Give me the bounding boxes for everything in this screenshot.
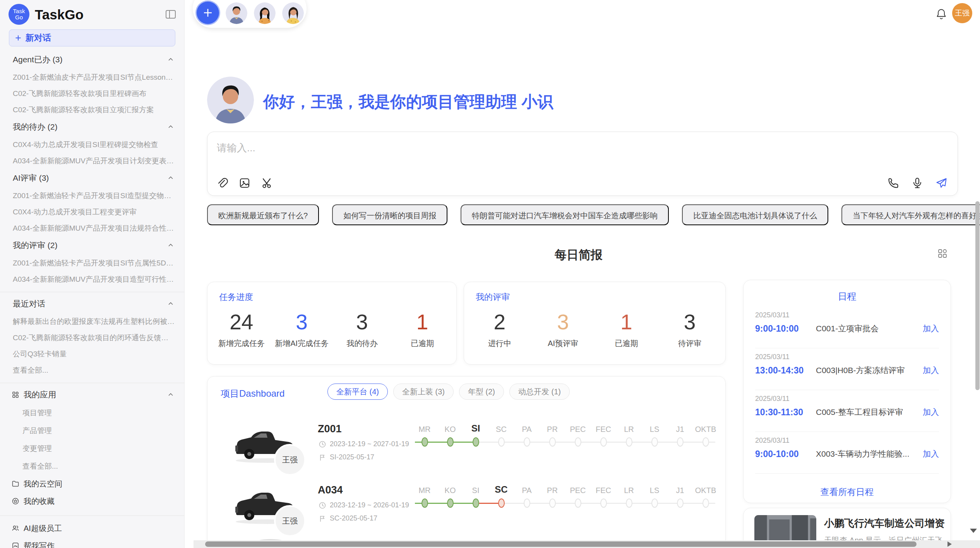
scroll-down-arrow[interactable]	[970, 529, 977, 533]
milestone-dot	[421, 437, 428, 447]
my-app-item[interactable]: 产品管理	[22, 426, 175, 436]
dashboard-tab[interactable]: 动总开发 (1)	[509, 384, 570, 400]
schedule-time: 9:00-10:00	[755, 324, 815, 334]
project-milestone-flag: SC-2025-05-17	[319, 514, 377, 522]
dashboard-tab[interactable]: 全新上装 (3)	[393, 384, 454, 400]
my-app-item[interactable]: 查看全部...	[22, 461, 175, 471]
chevron-up-icon	[167, 56, 174, 63]
sidebar-section-header-2[interactable]: AI评审 (3)	[13, 173, 174, 183]
recent-chats-title: 最近对话	[13, 298, 45, 309]
my-review-card: 我的评审 2 进行中 3 AI预评审 1 已逾期 3 待评审	[464, 282, 726, 365]
sidebar-section-header-1[interactable]: 我的待办 (2)	[13, 122, 174, 132]
schedule-join-link[interactable]: 加入	[923, 323, 939, 334]
recent-chat-item[interactable]: C02-飞腾新能源轻客改款项目的闭环通告反馈情况	[13, 334, 175, 342]
recent-chats-header[interactable]: 最近对话	[13, 298, 174, 309]
project-row[interactable]: 王强 Z001 2023-12-19 ~ 2027-01-19 SI-2025-…	[207, 420, 725, 479]
send-icon[interactable]	[935, 177, 947, 189]
stat-label: AI预评审	[531, 338, 595, 349]
notifications-bell-icon[interactable]	[935, 8, 947, 20]
schedule-name: C003|H0B-方案冻结评审	[815, 365, 923, 376]
sidebar-task-item[interactable]: Z001-全新燃油轻卡产品开发项目SI节点属性5D文件评审	[13, 259, 175, 267]
sidebar-item-favorites[interactable]: 我的收藏	[12, 496, 174, 506]
sidebar-item-cloud-space[interactable]: 我的云空间	[12, 479, 174, 489]
schedule-time: 10:30-11:30	[755, 407, 815, 418]
milestone-label: OKTB	[693, 486, 718, 495]
my-apps-list: 项目管理产品管理变更管理查看全部...	[0, 408, 184, 471]
my-apps-title: 我的应用	[24, 389, 56, 400]
sidebar-task-item[interactable]: Z001-全新燃油皮卡产品开发项目SI节点Lesson Learn报告	[13, 73, 175, 81]
dashboard-tab[interactable]: 全新平台 (4)	[327, 384, 388, 400]
layout-grid-icon[interactable]	[937, 248, 948, 259]
phone-call-icon[interactable]	[887, 177, 899, 189]
schedule-name: C001-立项审批会	[815, 323, 923, 334]
my-app-item[interactable]: 变更管理	[22, 444, 175, 454]
recent-chat-item[interactable]: 解释最新出台的欧盟报废车法规再生塑料比例被调至15%...	[13, 317, 175, 325]
project-dashboard-title: 项目Dashboard	[221, 387, 284, 400]
user-avatar[interactable]: 王强	[952, 3, 972, 23]
suggestion-chip[interactable]: 当下年轻人对汽车外观有怎样的喜好趋势	[841, 204, 980, 225]
microphone-icon[interactable]	[911, 177, 923, 189]
sidebar-task-item[interactable]: A034-全新新能源MUV产品开发项目造型可行性评审	[13, 275, 175, 283]
sidebar-task-item[interactable]: C0X4-动力总成开发项目工程变更评审	[13, 208, 175, 216]
schedule-join-link[interactable]: 加入	[923, 449, 939, 459]
suggestion-chip[interactable]: 如何写一份清晰的项目周报	[332, 204, 447, 225]
sidebar-section-header-3[interactable]: 我的评审 (2)	[13, 240, 174, 251]
view-all-schedule-link[interactable]: 查看所有日程	[744, 486, 951, 498]
schedule-join-link[interactable]: 加入	[923, 365, 939, 376]
daily-brief-title: 每日简报	[207, 247, 950, 263]
schedule-join-link[interactable]: 加入	[923, 407, 939, 418]
image-icon[interactable]	[238, 177, 251, 189]
my-app-item[interactable]: 项目管理	[22, 408, 175, 418]
dashboard-tab[interactable]: 年型 (2)	[459, 384, 504, 400]
milestone-dot	[677, 498, 684, 508]
milestone-label: OKTB	[693, 425, 718, 434]
app-logo-line1: Task	[13, 8, 25, 14]
milestone-track: MRKOSISCPAPRPECFECLRLSJ1OKTB	[412, 482, 718, 509]
divider	[0, 383, 184, 383]
agent-avatar-2[interactable]	[254, 2, 276, 24]
recent-chat-item[interactable]: 公司Q3轻卡销量	[13, 350, 175, 358]
sidebar-section-header-0[interactable]: Agent已办 (3)	[13, 54, 174, 65]
milestone-label: FEC	[591, 425, 616, 434]
sidebar-item-ai-employee[interactable]: AI超级员工	[12, 523, 174, 533]
agent-avatar-3[interactable]	[282, 2, 304, 24]
sidebar-item-help-write[interactable]: 帮我写作	[12, 541, 174, 548]
message-input[interactable]	[216, 139, 797, 157]
dashboard-tabs: 全新平台 (4)全新上装 (3)年型 (2)动总开发 (1)	[327, 384, 570, 400]
agent-avatar-1[interactable]	[226, 2, 247, 24]
my-review-title: 我的评审	[476, 291, 510, 303]
project-code: A034	[318, 484, 343, 496]
project-owner-badge: 王强	[274, 505, 306, 537]
stat-value: 1	[392, 308, 452, 336]
add-agent-button[interactable]	[197, 2, 219, 24]
stat-label: 进行中	[468, 338, 531, 349]
recent-chat-item[interactable]: 查看全部...	[13, 366, 175, 374]
suggestion-chip[interactable]: 特朗普可能对进口汽车增税会对中国车企造成哪些影响	[461, 204, 669, 225]
sidebar-task-item[interactable]: C0X4-动力总成开发项目SI里程碑提交物检查	[13, 140, 175, 149]
sidebar-task-item[interactable]: C02-飞腾新能源轻客改款项目里程碑画布	[13, 89, 175, 98]
sidebar-task-item[interactable]: Z001-全新燃油轻卡产品开发项目SI造型提交物评审	[13, 192, 175, 200]
horizontal-scrollbar-thumb[interactable]	[205, 541, 917, 547]
task-progress-stats: 24 新增完成任务 3 新增AI完成任务 3 我的待办 1 已逾期	[211, 308, 452, 349]
paperclip-icon[interactable]	[216, 177, 228, 189]
schedule-date: 2025/03/11	[755, 437, 939, 445]
sidebar-collapse-icon[interactable]	[165, 9, 176, 20]
scissors-icon[interactable]	[261, 177, 273, 189]
milestone-label: J1	[667, 486, 693, 495]
scroll-right-arrow[interactable]	[947, 541, 952, 547]
suggestion-chip[interactable]: 欧洲新规最近颁布了什么?	[207, 204, 319, 225]
sidebar-task-item[interactable]: A034-全新新能源MUV产品开发项目法规符合性评审	[13, 224, 175, 232]
app-title: TaskGo	[35, 7, 84, 22]
suggestion-chip[interactable]: 比亚迪全固态电池计划具体说了什么	[682, 204, 828, 225]
new-chat-button[interactable]: 新对话	[9, 29, 175, 46]
sidebar-task-item[interactable]: C02-飞腾新能源轻客改款项目立项汇报方案	[13, 106, 175, 114]
sidebar-section-title: AI评审 (3)	[13, 173, 49, 183]
task-progress-card: 任务进度 24 新增完成任务 3 新增AI完成任务 3 我的待办 1 已逾期	[207, 282, 457, 365]
my-apps-header[interactable]: 我的应用	[12, 389, 174, 400]
app-logo: Task Go	[9, 4, 29, 25]
sidebar-task-item[interactable]: A034-全新新能源MUV产品开发项目计划变更表编写	[13, 157, 175, 165]
milestone-label: FEC	[591, 486, 616, 495]
project-row[interactable]: 王强 A034 2023-12-19 ~ 2026-01-19 SC-2025-…	[207, 481, 725, 540]
vertical-scrollbar[interactable]	[975, 201, 980, 390]
sidebar-task-sections: Agent已办 (3) Z001-全新燃油皮卡产品开发项目SI节点Lesson …	[0, 54, 184, 283]
